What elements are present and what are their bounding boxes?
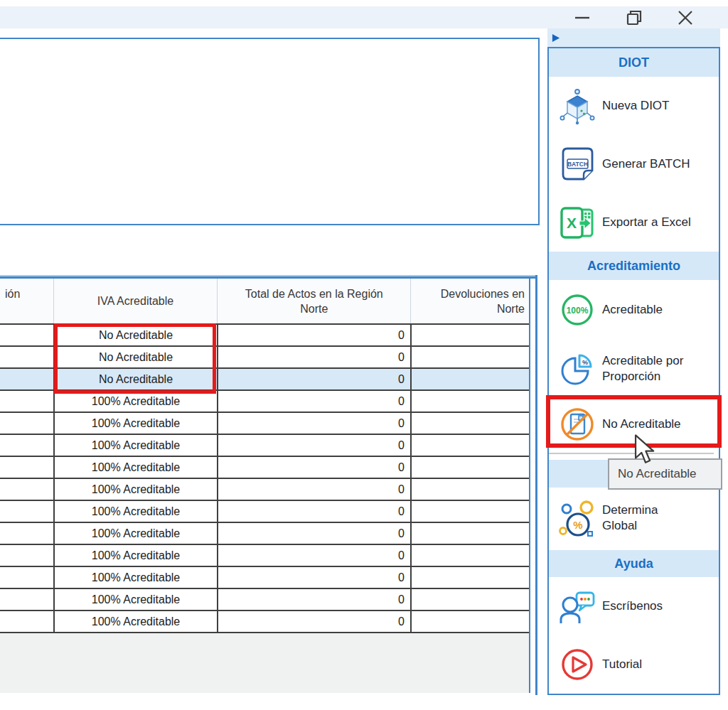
sidebar-panel: DIOT Nueva DIOT <box>547 47 720 695</box>
column-header-iva-acreditable[interactable]: IVA Acreditable <box>53 279 217 323</box>
sidebar-item-label: Nueva DIOT <box>602 98 669 114</box>
section-title: Acreditamiento <box>587 259 680 274</box>
table-highlight-rectangle <box>54 323 216 394</box>
total-cell[interactable]: 0 <box>217 391 410 412</box>
iva-cell[interactable]: 100% Acreditable <box>53 545 217 566</box>
sidebar-item-exportar-excel[interactable]: X Exportar a Excel <box>550 193 717 252</box>
region-cell[interactable] <box>0 589 53 610</box>
sidebar-item-escribenos[interactable]: Escríbenos <box>550 577 717 635</box>
sidebar-item-label: Exportar a Excel <box>602 215 691 230</box>
grid-border-right-outer <box>535 275 537 695</box>
table-row[interactable]: 100% Acreditable0 <box>0 435 529 457</box>
devoluciones-cell[interactable] <box>410 391 529 412</box>
table-row[interactable]: 100% Acreditable0 <box>0 457 529 479</box>
column-header-devoluciones[interactable]: Devoluciones en Norte <box>410 279 529 323</box>
sidebar-item-label: Acreditable <box>602 302 663 318</box>
section-header-acreditamiento: Acreditamiento <box>549 252 719 280</box>
region-cell[interactable] <box>0 325 53 345</box>
table-row[interactable]: 100% Acreditable0 <box>0 523 529 545</box>
devoluciones-cell[interactable] <box>410 589 529 610</box>
app-window: ión IVA Acreditable Total de Actos en la… <box>0 0 728 710</box>
grid-empty-area <box>0 633 529 693</box>
column-header-label: Total de Actos en la Región Norte <box>232 286 396 316</box>
maximize-button[interactable] <box>622 7 646 28</box>
table-row[interactable]: 100% Acreditable0 <box>0 501 529 523</box>
sidebar-item-label: Escríbenos <box>602 598 663 614</box>
devoluciones-cell[interactable] <box>410 567 529 588</box>
region-cell[interactable] <box>0 347 53 367</box>
total-cell[interactable]: 0 <box>217 347 410 367</box>
iva-cell[interactable]: 100% Acreditable <box>53 435 217 456</box>
region-cell[interactable] <box>0 457 53 478</box>
sidebar-item-acreditable[interactable]: 100% Acreditable <box>550 280 717 340</box>
grid-header: ión IVA Acreditable Total de Actos en la… <box>0 279 529 325</box>
panel-collapse-strip <box>547 28 720 47</box>
table-row[interactable]: 100% Acreditable0 <box>0 611 529 633</box>
total-cell[interactable]: 0 <box>217 435 410 456</box>
total-cell[interactable]: 0 <box>217 479 410 500</box>
tooltip: No Acreditable <box>608 458 722 490</box>
region-cell[interactable] <box>0 435 53 456</box>
region-cell[interactable] <box>0 567 53 588</box>
close-icon <box>676 9 695 27</box>
total-cell[interactable]: 0 <box>217 501 410 522</box>
iva-cell[interactable]: 100% Acreditable <box>53 589 217 610</box>
devoluciones-cell[interactable] <box>410 325 529 345</box>
column-header-total-actos[interactable]: Total de Actos en la Región Norte <box>217 279 410 323</box>
total-cell[interactable]: 0 <box>217 545 410 566</box>
devoluciones-cell[interactable] <box>410 479 529 500</box>
devoluciones-cell[interactable] <box>410 347 529 367</box>
iva-cell[interactable]: 100% Acreditable <box>53 479 217 500</box>
total-cell[interactable]: 0 <box>217 523 410 544</box>
devoluciones-cell[interactable] <box>410 369 529 389</box>
minimize-button[interactable] <box>570 7 594 28</box>
sidebar-item-acreditable-proporcion[interactable]: % Acreditable por Proporción <box>550 340 717 398</box>
iva-cell[interactable]: 100% Acreditable <box>53 611 217 632</box>
devoluciones-cell[interactable] <box>410 523 529 544</box>
iva-cell[interactable]: 100% Acreditable <box>53 457 217 478</box>
sidebar-item-determina-global[interactable]: % Determina Global <box>550 488 717 549</box>
devoluciones-cell[interactable] <box>410 545 529 566</box>
region-cell[interactable] <box>0 413 53 434</box>
region-cell[interactable] <box>0 545 53 566</box>
region-cell[interactable] <box>0 611 53 632</box>
titlebar <box>0 6 728 28</box>
total-cell[interactable]: 0 <box>217 567 410 588</box>
devoluciones-cell[interactable] <box>410 501 529 522</box>
devoluciones-cell[interactable] <box>410 457 529 478</box>
iva-cell[interactable]: 100% Acreditable <box>53 523 217 544</box>
region-cell[interactable] <box>0 391 53 412</box>
iva-cell[interactable]: 100% Acreditable <box>53 391 217 412</box>
column-header-label: ión <box>5 286 20 301</box>
devoluciones-cell[interactable] <box>410 611 529 632</box>
iva-cell[interactable]: 100% Acreditable <box>53 567 217 588</box>
devoluciones-cell[interactable] <box>410 435 529 456</box>
total-cell[interactable]: 0 <box>217 413 410 434</box>
region-cell[interactable] <box>0 501 53 522</box>
sidebar-item-generar-batch[interactable]: BATCH Generar BATCH <box>550 135 717 193</box>
total-cell[interactable]: 0 <box>217 589 410 610</box>
iva-cell[interactable]: 100% Acreditable <box>53 413 217 434</box>
region-cell[interactable] <box>0 523 53 544</box>
table-row[interactable]: 100% Acreditable0 <box>0 391 529 413</box>
region-cell[interactable] <box>0 369 53 389</box>
table-row[interactable]: 100% Acreditable0 <box>0 545 529 567</box>
collapse-arrow-icon[interactable] <box>552 33 561 43</box>
region-cell[interactable] <box>0 479 53 500</box>
table-row[interactable]: 100% Acreditable0 <box>0 567 529 589</box>
total-cell[interactable]: 0 <box>217 457 410 478</box>
sidebar-item-tutorial[interactable]: Tutorial <box>550 635 717 694</box>
close-button[interactable] <box>673 7 697 28</box>
total-cell[interactable]: 0 <box>217 325 410 345</box>
table-row[interactable]: 100% Acreditable0 <box>0 479 529 501</box>
section-title: DIOT <box>619 55 649 70</box>
total-cell[interactable]: 0 <box>217 611 410 632</box>
devoluciones-cell[interactable] <box>410 413 529 434</box>
batch-icon: BATCH <box>558 145 596 183</box>
column-header-region[interactable]: ión <box>0 279 53 323</box>
table-row[interactable]: 100% Acreditable0 <box>0 413 529 435</box>
iva-cell[interactable]: 100% Acreditable <box>53 501 217 522</box>
sidebar-item-nueva-diot[interactable]: Nueva DIOT <box>550 77 717 135</box>
table-row[interactable]: 100% Acreditable0 <box>0 589 529 611</box>
total-cell[interactable]: 0 <box>217 369 410 389</box>
